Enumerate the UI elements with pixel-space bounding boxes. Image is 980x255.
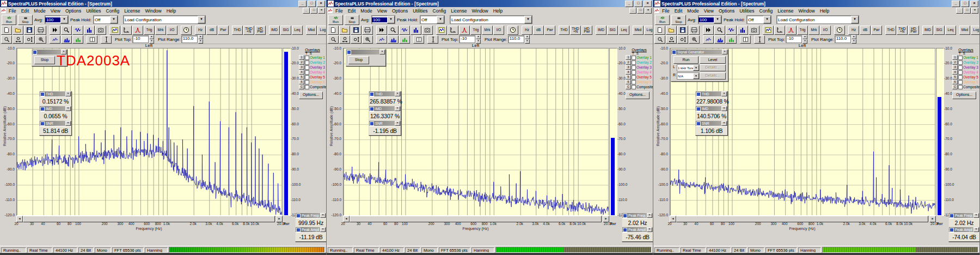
toolbutton-zoom-tool[interactable]	[1, 35, 12, 44]
overlay-number-button[interactable]: 3	[952, 65, 958, 70]
plot-range-input[interactable]: 110.0	[508, 35, 524, 43]
frequency-scrollbar[interactable]: ◄►	[16, 216, 283, 221]
chevron-down-icon[interactable]: ▼	[110, 16, 118, 23]
toolbutton-leq[interactable]: Leq	[292, 26, 303, 35]
overlay-checkbox[interactable]	[305, 70, 309, 75]
overlay-checkbox[interactable]	[632, 75, 636, 80]
menu-mode[interactable]: Mode	[32, 8, 47, 14]
menu-config[interactable]: Config	[104, 8, 122, 14]
spin-up-icon[interactable]: ▲	[476, 35, 481, 39]
toolbutton-hz[interactable]: Hz	[848, 26, 859, 35]
overlay-checkbox[interactable]	[632, 60, 636, 65]
toolbutton-open-file[interactable]	[13, 26, 23, 35]
mdi-close-button[interactable]: ×	[645, 8, 652, 14]
overlay-number-button[interactable]: 5	[952, 75, 958, 80]
peak-hold-combo[interactable]: Off▼	[420, 15, 445, 24]
overlays-options-button[interactable]: Options...	[626, 92, 650, 99]
peak-frequency-readout-titlebar[interactable]: Peak Frequ...×	[949, 213, 979, 218]
overlay-number-button[interactable]: 1	[626, 55, 631, 60]
snr-readout-titlebar[interactable]: SNR×	[696, 121, 727, 126]
peak-frequency-readout-titlebar[interactable]: Peak Frequ...×	[296, 213, 326, 218]
overlay-number-button[interactable]: 6	[299, 80, 304, 84]
plot-top-spinner[interactable]: ▲▼	[476, 35, 481, 44]
toolbutton-i-o[interactable]: I/O	[167, 26, 177, 35]
toolbutton-new-document[interactable]	[654, 26, 665, 35]
overlay-number-button[interactable]: 3	[299, 65, 304, 70]
menu-options[interactable]: Options	[390, 8, 410, 14]
toolbutton-plot-fill-mode[interactable]	[388, 35, 399, 44]
toolbutton-capture-camera[interactable]	[422, 26, 433, 35]
menu-edit[interactable]: Edit	[346, 8, 358, 14]
chevron-down-icon[interactable]: ▼	[693, 73, 699, 79]
peak-amplitude-readout-titlebar[interactable]: Peak Ampli...×	[622, 227, 653, 232]
overlay-checkbox[interactable]	[632, 85, 636, 89]
menu-license[interactable]: License	[122, 8, 142, 14]
toolbutton-zoom-y[interactable]	[677, 35, 688, 44]
menu-mode[interactable]: Mode	[358, 8, 374, 14]
menu-edit[interactable]: Edit	[19, 8, 32, 14]
load-configuration-combo[interactable]: Load Configuration▼	[123, 15, 206, 24]
close-icon[interactable]: ×	[973, 227, 979, 232]
plot-top-spinner[interactable]: ▲▼	[803, 35, 807, 44]
toolbutton-open-file[interactable]	[339, 26, 350, 35]
overlay-checkbox[interactable]	[305, 56, 309, 60]
menu-utilities[interactable]: Utilities	[737, 8, 756, 14]
toolbutton-peak-hold-display[interactable]	[459, 26, 470, 35]
spin-up-icon[interactable]: ▲	[852, 35, 856, 39]
overlay-checkbox[interactable]	[305, 60, 309, 65]
menu-help[interactable]: Help	[818, 8, 831, 14]
toolbutton-thd-n[interactable]: THD +N	[897, 26, 908, 35]
toolbutton-mkd[interactable]: Mkd	[306, 26, 317, 35]
overlay-checkbox[interactable]	[958, 75, 963, 80]
plot-range-input[interactable]: 110.0	[181, 35, 198, 43]
overlay-number-button[interactable]: 2	[952, 60, 958, 65]
toolbutton-log[interactable]: Log	[317, 26, 327, 35]
close-icon[interactable]: ×	[65, 92, 71, 96]
overlay-number-button[interactable]: 1	[299, 55, 304, 60]
overlay-number-button[interactable]: 4	[626, 70, 631, 75]
toolbutton-leq[interactable]: Leq	[945, 26, 956, 35]
minimize-button[interactable]: _	[625, 1, 633, 7]
menu-options[interactable]: Options	[63, 8, 83, 14]
toolbutton-plot-line-mode[interactable]	[50, 35, 60, 44]
overlay-checkbox[interactable]	[958, 56, 963, 60]
maximize-button[interactable]: □	[308, 1, 316, 7]
toolbutton-spectrum-display[interactable]	[763, 26, 774, 35]
toolbutton-i-o[interactable]: I/O	[820, 26, 831, 35]
toolbutton-zoom-tool[interactable]	[654, 35, 665, 44]
run-button[interactable]: Run	[2, 15, 16, 25]
avg-combo[interactable]: 100▼	[698, 15, 722, 24]
menu-window[interactable]: Window	[143, 8, 164, 14]
close-icon[interactable]: ×	[721, 106, 727, 111]
toolbutton-zoom-tool[interactable]	[714, 26, 725, 35]
thd-readout-titlebar[interactable]: THD×	[696, 92, 727, 96]
toolbutton-thd[interactable]: THD	[885, 26, 896, 35]
plot-top-input[interactable]: -10	[132, 35, 149, 43]
toolbutton-trig[interactable]: Trig	[144, 26, 155, 35]
close-icon[interactable]: ×	[973, 213, 979, 218]
plot-top-input[interactable]: -10	[459, 35, 475, 43]
overlay-checkbox[interactable]	[632, 65, 636, 70]
peak-frequency-readout-titlebar[interactable]: Peak Frequ...×	[622, 213, 653, 218]
stop-dialog-stop-button[interactable]: Stop	[348, 56, 369, 64]
overlay-number-button[interactable]: 3	[626, 65, 631, 70]
overlay-checkbox[interactable]	[958, 70, 963, 75]
toolbutton-save-file[interactable]	[351, 26, 362, 35]
snr-readout-titlebar[interactable]: SNR×	[40, 121, 71, 126]
menu-edit[interactable]: Edit	[672, 8, 685, 14]
toolbutton-save-file[interactable]	[24, 26, 35, 35]
load-configuration-combo[interactable]: Load Configuration▼	[450, 15, 532, 24]
toolbutton-hz[interactable]: Hz	[195, 26, 206, 35]
toolbutton-leq[interactable]: Leq	[618, 26, 629, 35]
toolbutton-capture-camera[interactable]	[95, 26, 106, 35]
chevron-down-icon[interactable]: ▼	[437, 16, 444, 23]
toolbutton-pwr[interactable]: Pwr	[871, 26, 882, 35]
toolbutton-zoom-tool[interactable]	[388, 26, 399, 35]
toolbutton-split-view[interactable]	[87, 35, 97, 44]
toolbutton-timer-clock[interactable]	[507, 26, 518, 35]
toolbutton-log[interactable]: Log	[644, 26, 653, 35]
plot-top-input[interactable]: -10	[786, 35, 802, 43]
overlay-number-button[interactable]: 5	[626, 75, 631, 80]
snr-readout-titlebar[interactable]: SNR×	[369, 121, 401, 126]
generator-run-button[interactable]: Run	[673, 56, 699, 64]
